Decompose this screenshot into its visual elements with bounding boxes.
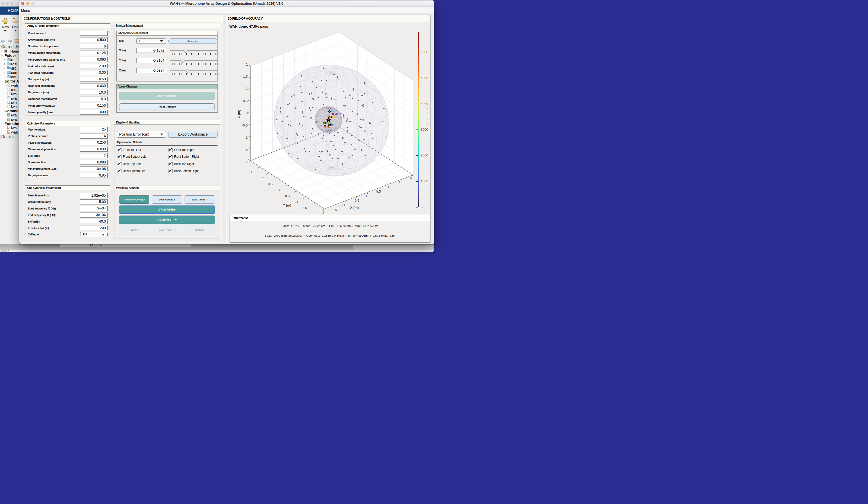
svg-text:0.5: 0.5 bbox=[268, 182, 272, 186]
svg-text:M1: M1 bbox=[331, 123, 335, 126]
svg-text:M4: M4 bbox=[335, 112, 339, 115]
svg-text:-2: -2 bbox=[245, 160, 248, 164]
svg-text:0: 0 bbox=[246, 111, 248, 115]
svg-text:-0.5: -0.5 bbox=[284, 194, 290, 198]
svg-text:-1.5: -1.5 bbox=[301, 206, 307, 210]
svg-text:2: 2 bbox=[410, 176, 412, 179]
svg-text:1: 1 bbox=[262, 176, 264, 180]
svg-text:2: 2 bbox=[246, 63, 248, 66]
svg-text:-0.5: -0.5 bbox=[353, 199, 359, 203]
svg-text:0.5: 0.5 bbox=[376, 189, 381, 193]
svg-text:0.5: 0.5 bbox=[243, 99, 248, 103]
svg-text:-1.5: -1.5 bbox=[242, 148, 248, 152]
svg-text:-1: -1 bbox=[342, 203, 345, 207]
svg-text:1: 1 bbox=[246, 87, 248, 91]
svg-text:-1.5: -1.5 bbox=[331, 208, 337, 212]
svg-text:1.5: 1.5 bbox=[251, 170, 256, 174]
svg-text:M6: M6 bbox=[331, 110, 335, 113]
svg-text:Z (m): Z (m) bbox=[237, 110, 241, 118]
svg-text:-2: -2 bbox=[321, 211, 324, 215]
svg-text:M3: M3 bbox=[332, 115, 336, 119]
svg-text:1.5: 1.5 bbox=[399, 180, 403, 184]
svg-text:1: 1 bbox=[388, 185, 390, 189]
svg-text:-0.5: -0.5 bbox=[242, 123, 248, 127]
svg-text:1.5: 1.5 bbox=[243, 75, 248, 79]
svg-text:M5: M5 bbox=[326, 121, 330, 124]
svg-text:Y (m): Y (m) bbox=[283, 204, 291, 207]
svg-text:0: 0 bbox=[365, 194, 367, 198]
svg-text:0: 0 bbox=[279, 188, 281, 192]
svg-text:-1: -1 bbox=[245, 135, 248, 139]
svg-text:X (m): X (m) bbox=[350, 206, 359, 209]
svg-text:-1: -1 bbox=[295, 200, 298, 204]
